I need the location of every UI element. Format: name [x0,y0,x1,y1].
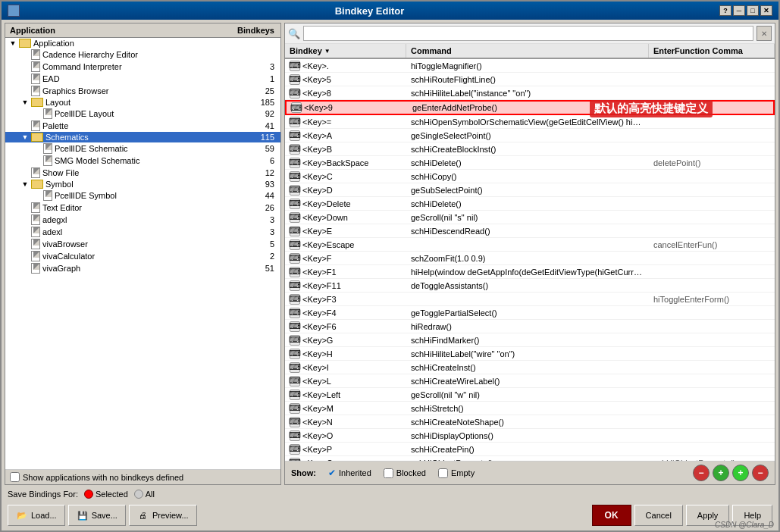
expand-icon-symbol[interactable]: ▼ [20,180,30,189]
cell-bindkey: ⌨ <Key>F11 [285,280,406,292]
load-button[interactable]: 📂 Load... [8,505,65,526]
table-row[interactable]: ⌨ <Key>O schHiDisplayOptions() [285,429,775,443]
tree-item-vivabrowser[interactable]: vivaBrowser 5 [5,238,280,250]
tree-item-symbol[interactable]: ▼ Symbol 93 [5,179,280,189]
help-title-btn[interactable]: ? [719,5,731,16]
close-btn[interactable]: ✕ [760,5,772,16]
table-row[interactable]: ⌨ <Key>5 schHiRouteFlightLine() [285,73,775,86]
empty-label: Empty [451,468,475,477]
table-row[interactable]: ⌨ <Key>P schHiCreatePin() [285,443,775,456]
cell-enterfunction [649,271,775,273]
tree-item-pcelllayout[interactable]: PcellIDE Layout 92 [5,108,280,120]
cell-bindkey: ⌨ <Key>N [285,416,406,428]
tree-item-layout[interactable]: ▼ Layout 185 [5,97,280,108]
tree-item-application[interactable]: ▼ Application [5,38,280,49]
tree-item-showfile[interactable]: Show File 12 [5,167,280,179]
tree-item-ead[interactable]: EAD 1 [5,73,280,85]
tree-item-graphics[interactable]: Graphics Browser 25 [5,85,280,97]
radio-selected-item[interactable]: Selected [84,490,128,499]
table-row[interactable]: ⌨ <Key>. hiToggleMagnifier() [285,59,775,73]
table-row[interactable]: ⌨ <Key>M schHiStretch() [285,402,775,415]
expand-icon-palette [20,121,30,130]
table-row[interactable]: ⌨ <Key>B schHiCreateBlockInst() [285,142,775,156]
table-row[interactable]: ⌨ <Key>A geSingleSelectPoint() [285,129,775,142]
save-bindings-label: Save Bindings For: [8,490,78,499]
tree-item-texteditor[interactable]: Text Editor 26 [5,202,280,214]
tree-label-showfile: Show File [42,168,255,177]
col-header-enterfunction[interactable]: EnterFunction Comma [649,44,775,58]
table-row[interactable]: ⌨ <Key>F11 deToggleAssistants() [285,279,775,293]
ok-button[interactable]: OK [592,505,631,526]
table-row[interactable]: ⌨ <Key>F3 hiToggleEnterForm() [285,293,775,306]
table-row[interactable]: ⌨ <Key>Escape cancelEnterFun() [285,238,775,252]
tree-item-schematics[interactable]: ▼ Schematics 115 [5,132,280,142]
cell-enterfunction [649,421,775,423]
expand-icon-ead [20,74,30,83]
empty-checkbox-item[interactable]: Empty [438,468,475,478]
tree-item-cadence[interactable]: Cadence Hierarchy Editor [5,49,280,61]
search-input[interactable] [303,26,753,41]
key-icon: ⌨ [290,321,300,332]
col-header-bindkey[interactable]: Bindkey ▼ [285,44,406,58]
table-row[interactable]: ⌨ <Key>Left geScroll(nil "w" nil) [285,388,775,402]
table-row[interactable]: ⌨ <Key>F4 geTogglePartialSelect() [285,306,775,320]
maximize-btn[interactable]: □ [747,5,759,16]
inherited-checkbox-item[interactable]: ✔ Inherited [328,468,371,478]
red-circle-btn-2[interactable]: − [752,465,769,481]
cancel-button[interactable]: Cancel [634,505,683,526]
cell-bindkey: ⌨ <Key>F1 [285,266,406,278]
table-row[interactable]: ⌨ <Key>F schZoomFit(1.0 0.9) [285,252,775,265]
tree-item-smgmodel[interactable]: SMG Model Schematic 6 [5,155,280,167]
tree-item-pcellschematic[interactable]: PcellIDE Schematic 59 [5,142,280,155]
table-row[interactable]: ⌨ <Key>H schHiHiliteLabel("wire" "on") [285,347,775,361]
table-row[interactable]: ⌨ <Key>Delete schHiDelete() [285,197,775,211]
blocked-checkbox[interactable] [384,468,393,478]
tree-item-pcellidesymbol[interactable]: PcellIDE Symbol 44 [5,189,280,202]
minimize-btn[interactable]: ─ [733,5,745,16]
tree-item-command[interactable]: Command Interpreter 3 [5,61,280,73]
key-icon: ⌨ [290,390,300,400]
blocked-checkbox-item[interactable]: Blocked [384,468,426,478]
table-row[interactable]: ⌨ <Key>N schHiCreateNoteShape() [285,415,775,429]
table-row[interactable]: ⌨ <Key>L schHiCreateWireLabel() [285,374,775,388]
table-row[interactable]: ⌨ <Key>D geSubSelectPoint() [285,183,775,197]
table-row[interactable]: ⌨ <Key>BackSpace schHiDelete() deletePoi… [285,156,775,170]
empty-checkbox[interactable] [438,468,448,478]
tree-item-vivagraph[interactable]: vivaGraph 51 [5,262,280,274]
green-circle-btn-2[interactable]: + [732,465,749,481]
expand-icon-application[interactable]: ▼ [8,39,17,48]
table-row[interactable]: ⌨ <Key>F6 hiRedraw() [285,320,775,333]
expand-icon-schematics[interactable]: ▼ [20,133,30,142]
table-row[interactable]: ⌨ <Key>Down geScroll(nil "s" nil) [285,211,775,224]
search-clear-btn[interactable]: ✕ [757,26,772,41]
radio-all-item[interactable]: All [134,490,155,499]
green-circle-btn[interactable]: + [713,465,729,481]
col-header-command[interactable]: Command [406,44,649,58]
save-button[interactable]: 💾 Save... [68,505,126,526]
tree-label-command: Command Interpreter [42,62,255,71]
tree-item-adegxl[interactable]: adegxl 3 [5,214,280,226]
table-row[interactable]: ⌨ <Key>F1 hiHelp(window deGetAppInfo(deG… [285,265,775,279]
table-row[interactable]: ⌨ <Key>8 schHiHiliteLabel("instance" "on… [285,86,775,100]
doc-icon-vivagraph [31,263,40,274]
table-row[interactable]: ⌨ <Key>C schHiCopy() [285,170,775,183]
table-row-highlighted[interactable]: ⌨ <Key>9 geEnterAddNetProbe() 默认的高亮快捷键定义 [285,100,775,115]
table-row[interactable]: ⌨ <Key>I schHiCreateInst() [285,361,775,374]
red-circle-btn-1[interactable]: − [693,465,710,481]
key-icon: ⌨ [290,294,300,305]
tree-label-cadence: Cadence Hierarchy Editor [42,50,255,59]
tree-body[interactable]: ▼ Application Cadence Hierarchy Editor [5,38,280,469]
cell-enterfunction [649,149,775,150]
show-no-bindkeys-checkbox[interactable] [10,472,20,482]
expand-icon-layout[interactable]: ▼ [20,98,30,107]
cell-enterfunction [649,189,775,191]
table-row[interactable]: ⌨ <Key>G schHiFindMarker() [285,333,775,347]
preview-button[interactable]: 🖨 Preview... [129,505,197,526]
tree-count-vivagraph: 51 [255,264,277,273]
tree-item-palette[interactable]: Palette 41 [5,120,280,132]
tree-item-vivacalculator[interactable]: vivaCalculator 2 [5,250,280,262]
tree-item-adexl[interactable]: adexl 3 [5,226,280,238]
bindkey-table[interactable]: Bindkey ▼ Command EnterFunction Comma [285,44,775,461]
table-row[interactable]: ⌨ <Key>= schHiOpenSymbolOrSchematicView(… [285,115,775,129]
table-row[interactable]: ⌨ <Key>E schHiDescendRead() [285,224,775,238]
